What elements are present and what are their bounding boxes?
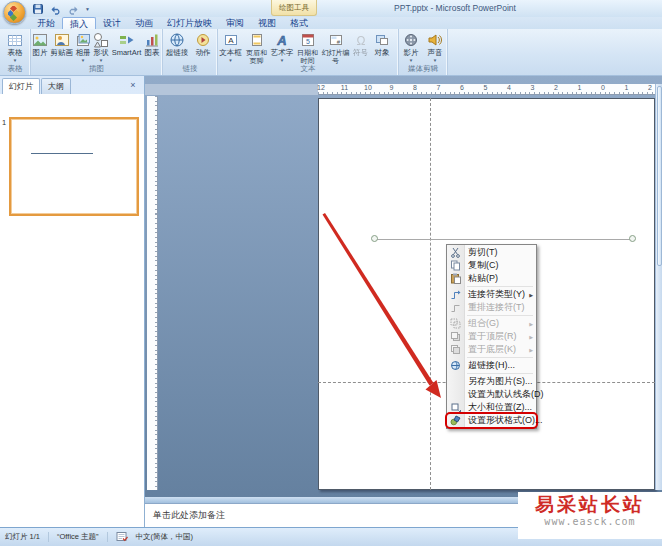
menu-item-7: 置于底层(K)▶	[447, 343, 536, 356]
ribbon-button-1-4[interactable]: SmartArt	[110, 29, 143, 67]
date-time-icon: 5	[299, 31, 316, 48]
dropdown-arrow-icon[interactable]: ▼	[81, 58, 85, 63]
tab-3[interactable]: 动画	[128, 17, 160, 29]
tab-4[interactable]: 幻灯片放映	[160, 17, 219, 29]
menu-item-1[interactable]: 复制(C)	[447, 259, 536, 272]
status-separator	[48, 532, 49, 542]
movie-icon	[403, 31, 420, 48]
ribbon-group-name: 插图	[31, 64, 162, 74]
selected-line-shape[interactable]	[375, 239, 633, 240]
dropdown-arrow-icon[interactable]: ▼	[99, 58, 103, 63]
panel-close-icon[interactable]: ×	[127, 79, 139, 91]
dropdown-arrow-icon[interactable]: ▼	[228, 58, 232, 63]
tab-5[interactable]: 审阅	[219, 17, 251, 29]
line-handle-left[interactable]	[371, 235, 378, 242]
ribbon-button-label: 表格	[8, 49, 23, 57]
qat-more-icon[interactable]: ▼	[85, 6, 90, 12]
tab-6[interactable]: 视图	[251, 17, 283, 29]
ribbon-button-label: 剪贴画	[50, 49, 73, 57]
connector-type-icon	[450, 289, 462, 300]
ribbon-button-3-4[interactable]: #幻灯片编号	[321, 29, 350, 67]
line-handle-right[interactable]	[629, 235, 636, 242]
ribbon-button-3-3[interactable]: 5日期和时间	[294, 29, 321, 67]
ribbon-button-1-2[interactable]: 相册▼	[74, 29, 92, 67]
tab-outline[interactable]: 大纲	[41, 78, 71, 94]
menu-item-5: 组合(G)▶	[447, 317, 536, 330]
menu-item-10[interactable]: 设置为默认线条(D)	[447, 388, 536, 401]
ribbon-button-4-0[interactable]: 影片▼	[399, 29, 423, 67]
object-icon	[374, 31, 391, 48]
tab-2[interactable]: 设计	[96, 17, 128, 29]
vertical-scrollbar[interactable]	[655, 84, 662, 490]
textbox-icon: A	[222, 31, 239, 48]
ribbon-button-label: 对象	[375, 49, 390, 57]
vertical-guide[interactable]	[430, 98, 431, 490]
svg-text:Ω: Ω	[356, 33, 365, 47]
dropdown-arrow-icon[interactable]: ▼	[409, 58, 413, 63]
ribbon-button-label: 形状	[94, 49, 109, 57]
ribbon-group-1: 图片剪贴画相册▼形状▼SmartArt图表插图	[31, 29, 163, 75]
ribbon-button-1-1[interactable]: 剪贴画	[49, 29, 74, 67]
menu-item-label: 置于顶层(R)	[468, 330, 517, 343]
menu-item-12-highlighted[interactable]: 设置形状格式(O)...	[447, 414, 536, 427]
menu-item-label: 组合(G)	[468, 317, 499, 330]
ribbon-button-0-0[interactable]: 表格▼	[0, 29, 30, 67]
ribbon-button-label: 声音	[428, 49, 443, 57]
dropdown-arrow-icon[interactable]: ▼	[280, 58, 284, 63]
office-button[interactable]	[3, 1, 26, 24]
scrollbar-thumb[interactable]	[657, 86, 662, 266]
spellcheck-icon[interactable]	[116, 531, 128, 544]
save-icon[interactable]	[31, 3, 44, 15]
wordart-icon: A	[274, 31, 291, 48]
sound-icon	[427, 31, 444, 48]
tab-1[interactable]: 插入	[62, 17, 96, 29]
thumbnail-line-shape	[31, 153, 93, 154]
slide-thumbnail-number: 1	[2, 118, 6, 127]
clipart-icon	[53, 31, 70, 48]
ribbon-button-1-5[interactable]: 图表	[143, 29, 161, 67]
ribbon-group-name: 文本	[218, 64, 398, 74]
slides-panel-tabs: 幻灯片 大纲	[2, 78, 72, 94]
menu-item-8[interactable]: 超链接(H)...	[447, 359, 536, 372]
ribbon-button-label: 影片	[404, 49, 419, 57]
tab-slides[interactable]: 幻灯片	[2, 78, 40, 94]
horizontal-ruler-scale: 1211109876543210123	[318, 84, 655, 95]
ribbon-group-name: 表格	[0, 64, 30, 74]
ruler-number: 12	[316, 84, 326, 91]
office-logo-icon	[8, 6, 23, 21]
ruler-number: 1	[575, 84, 585, 91]
ribbon-button-4-1[interactable]: 声音▼	[423, 29, 447, 67]
symbol-icon: Ω	[352, 31, 369, 48]
ribbon-button-3-2[interactable]: A艺术字▼	[270, 29, 294, 67]
submenu-arrow-icon: ▶	[529, 292, 533, 298]
ribbon-button-3-0[interactable]: A文本框▼	[218, 29, 243, 67]
menu-item-9[interactable]: 另存为图片(S)...	[447, 375, 536, 388]
menu-item-label: 大小和位置(Z)...	[468, 401, 532, 414]
menu-item-3[interactable]: 连接符类型(Y)▶	[447, 288, 536, 301]
ribbon-button-3-1[interactable]: 页眉和页脚	[243, 29, 270, 67]
hyperlink-small-icon	[450, 360, 462, 371]
menu-separator	[467, 357, 533, 358]
photo-album-icon	[75, 31, 92, 48]
tab-7-contextual[interactable]: 格式	[283, 17, 315, 29]
ribbon-button-1-3[interactable]: 形状▼	[92, 29, 110, 67]
hyperlink-icon	[169, 31, 186, 48]
ruler-number: 1	[622, 84, 632, 91]
ruler-number: 6	[457, 84, 467, 91]
slide-thumbnail[interactable]	[9, 117, 139, 216]
dropdown-arrow-icon[interactable]: ▼	[433, 58, 437, 63]
ribbon-button-1-0[interactable]: 图片	[31, 29, 49, 67]
ribbon-button-2-1[interactable]: 动作	[191, 29, 215, 67]
ribbon-button-2-0[interactable]: 超链接	[163, 29, 191, 67]
undo-icon[interactable]	[49, 3, 62, 15]
redo-icon[interactable]	[67, 3, 80, 15]
ribbon-button-3-6[interactable]: 对象	[371, 29, 393, 67]
menu-item-2[interactable]: 粘贴(P)	[447, 272, 536, 285]
dropdown-arrow-icon[interactable]: ▼	[13, 58, 17, 63]
menu-item-11[interactable]: 大小和位置(Z)...	[447, 401, 536, 414]
menu-item-label: 重排连接符(T)	[468, 301, 525, 314]
ruler-number: 4	[504, 84, 514, 91]
tab-0[interactable]: 开始	[30, 17, 62, 29]
ribbon-button-label: 艺术字	[271, 49, 294, 57]
menu-item-0[interactable]: 剪切(T)	[447, 246, 536, 259]
